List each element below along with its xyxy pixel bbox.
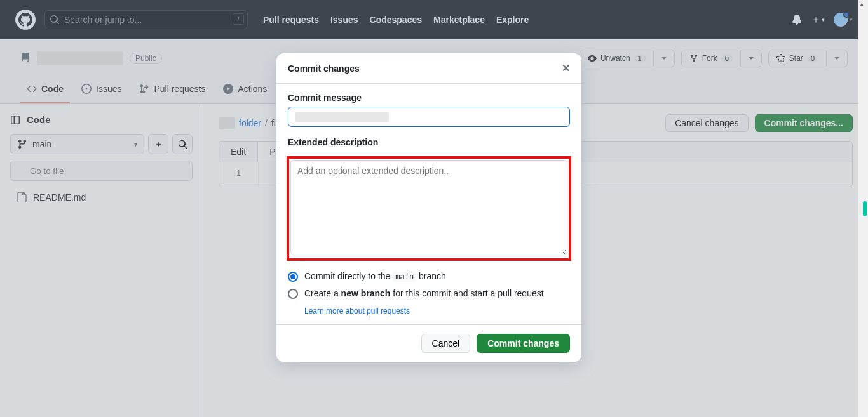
close-icon[interactable]: ✕ xyxy=(562,62,570,74)
dialog-cancel-button[interactable]: Cancel xyxy=(421,334,471,353)
learn-more-link[interactable]: Learn more about pull requests xyxy=(304,307,410,315)
commit-message-label: Commit message xyxy=(288,93,570,103)
commit-message-input[interactable] xyxy=(288,107,570,127)
scrollbar-thumb[interactable] xyxy=(863,201,867,216)
extended-description-label: Extended description xyxy=(288,137,570,147)
dialog-commit-button[interactable]: Commit changes xyxy=(477,334,570,353)
radio-checked-icon xyxy=(288,272,298,282)
radio-unchecked-icon xyxy=(288,289,298,299)
commit-dialog: Commit changes ✕ Commit message Extended… xyxy=(276,53,581,362)
dialog-title: Commit changes xyxy=(288,63,360,74)
commit-message-redacted xyxy=(295,112,389,122)
scroll-up-icon[interactable]: ▴ xyxy=(860,1,864,7)
commit-option-new-branch[interactable]: Create a new branch for this commit and … xyxy=(288,288,570,299)
commit-option-direct[interactable]: Commit directly to the main branch xyxy=(288,271,570,282)
scrollbar[interactable]: ▴ xyxy=(858,0,868,417)
extended-description-input[interactable] xyxy=(290,160,567,255)
extended-description-highlight xyxy=(287,156,571,261)
